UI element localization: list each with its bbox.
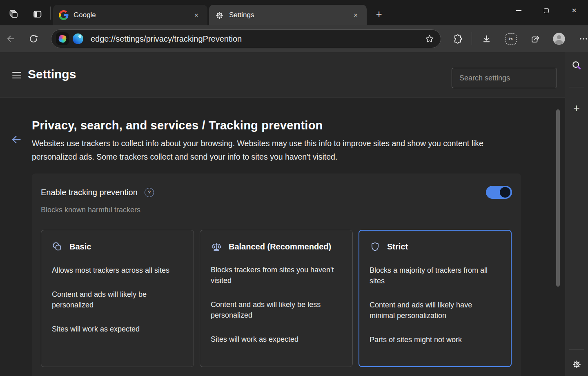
favorite-star-button[interactable] xyxy=(423,32,437,46)
enable-tracking-sublabel: Blocks known harmful trackers xyxy=(41,206,512,214)
tab-google-label: Google xyxy=(74,11,191,19)
settings-header: Settings xyxy=(0,52,565,98)
download-icon xyxy=(481,34,492,44)
profile-button[interactable] xyxy=(552,32,566,46)
web-capture-button[interactable]: ✂ xyxy=(504,32,518,46)
star-icon xyxy=(425,34,434,44)
card-strict-line: Content and ads will likely have minimal… xyxy=(370,300,499,321)
tracking-prevention-section: Enable tracking prevention ? Blocks know… xyxy=(32,174,521,376)
share-button[interactable] xyxy=(528,32,542,46)
refresh-button[interactable] xyxy=(27,32,40,46)
card-basic-header: Basic xyxy=(52,241,183,252)
window-close-button[interactable]: ✕ xyxy=(560,0,588,21)
screenshot-capture-icon: ✂ xyxy=(506,33,517,44)
card-strict[interactable]: Strict Blocks a majority of trackers fro… xyxy=(359,230,512,367)
toolbar-divider xyxy=(472,32,472,45)
tab-activity-button[interactable] xyxy=(5,5,22,23)
settings-title: Settings xyxy=(28,67,76,81)
back-arrow-icon xyxy=(6,34,16,44)
edge-sidebar-rail: + xyxy=(565,52,588,376)
card-strict-title: Strict xyxy=(387,242,408,251)
copilot-icon[interactable] xyxy=(56,32,69,45)
tracking-prevention-toggle[interactable] xyxy=(486,186,512,199)
search-settings-input[interactable] xyxy=(452,68,557,88)
page-description: Websites use trackers to collect info ab… xyxy=(32,137,505,164)
card-strict-line: Parts of sites might not work xyxy=(370,334,499,345)
page-title: Privacy, search, and services / Tracking… xyxy=(32,119,565,132)
browser-toolbar: edge://settings/privacy/trackingPreventi… xyxy=(0,25,588,52)
back-arrow-blue-icon xyxy=(10,133,22,146)
search-icon xyxy=(571,60,582,71)
card-balanced-line: Content and ads will likely be less pers… xyxy=(211,299,340,320)
toggle-knob xyxy=(500,187,510,198)
window-maximize-button[interactable] xyxy=(532,0,560,21)
refresh-icon xyxy=(29,34,38,44)
card-balanced[interactable]: Balanced (Recommended) Blocks trackers f… xyxy=(200,230,353,367)
url-text[interactable]: edge://settings/privacy/trackingPreventi… xyxy=(91,34,423,44)
minimize-icon xyxy=(516,10,521,11)
share-icon xyxy=(530,34,541,44)
balance-scale-icon xyxy=(211,241,222,252)
sidebar-settings-button[interactable] xyxy=(568,356,585,372)
gear-icon xyxy=(215,11,224,20)
card-basic[interactable]: Basic Allows most trackers across all si… xyxy=(41,230,194,367)
shield-icon xyxy=(370,241,381,252)
extensions-puzzle-icon xyxy=(452,34,462,44)
avatar xyxy=(552,32,566,45)
settings-content: Privacy, search, and services / Tracking… xyxy=(0,98,565,376)
page-scrollbar-thumb[interactable] xyxy=(556,109,560,287)
new-tab-button[interactable]: + xyxy=(371,6,387,22)
downloads-button[interactable] xyxy=(479,32,493,46)
rail-divider xyxy=(569,87,584,87)
card-balanced-line: Sites will work as expected xyxy=(211,334,340,345)
card-basic-line: Content and ads will likely be personali… xyxy=(52,289,181,310)
card-balanced-line: Blocks trackers from sites you haven't v… xyxy=(211,265,340,286)
basic-shapes-icon xyxy=(52,241,63,252)
copilot-blob xyxy=(58,34,67,43)
sidebar-add-button[interactable]: + xyxy=(568,100,585,116)
card-strict-header: Strict xyxy=(370,241,501,252)
window-controls: ✕ xyxy=(505,0,588,21)
back-button[interactable] xyxy=(4,32,18,46)
card-basic-title: Basic xyxy=(69,242,91,251)
scissors-glyph: ✂ xyxy=(509,36,513,42)
help-question-icon[interactable]: ? xyxy=(145,188,154,197)
settings-menu-button[interactable] xyxy=(12,71,22,80)
extensions-button[interactable] xyxy=(450,32,464,46)
enable-tracking-row: Enable tracking prevention ? xyxy=(41,186,512,199)
address-bar[interactable]: edge://settings/privacy/trackingPreventi… xyxy=(51,29,441,48)
page-back-button[interactable] xyxy=(10,133,23,146)
browser-menu-button[interactable] xyxy=(577,32,588,46)
prevention-level-cards: Basic Allows most trackers across all si… xyxy=(41,230,512,367)
edge-logo-icon xyxy=(73,33,83,44)
tab-settings-close-icon[interactable]: ✕ xyxy=(350,10,361,20)
enable-tracking-label: Enable tracking prevention xyxy=(41,188,138,197)
workspaces-stack-icon xyxy=(8,9,19,19)
browser-titlebar: Google ✕ Settings ✕ xyxy=(0,0,588,25)
window-close-icon: ✕ xyxy=(572,7,577,14)
sidebar-search-button[interactable] xyxy=(568,57,585,73)
card-strict-line: Blocks a majority of trackers from all s… xyxy=(370,265,499,286)
tabstrip-divider xyxy=(50,7,51,20)
maximize-icon xyxy=(544,8,549,13)
tab-settings-label: Settings xyxy=(229,11,350,19)
gear-icon xyxy=(572,359,582,369)
tab-settings[interactable]: Settings ✕ xyxy=(209,5,367,25)
ellipsis-icon xyxy=(579,34,588,44)
window-minimize-button[interactable] xyxy=(505,0,532,21)
card-balanced-title: Balanced (Recommended) xyxy=(229,242,331,251)
vertical-tabs-button[interactable] xyxy=(29,5,45,23)
google-favicon xyxy=(59,10,69,20)
tab-google[interactable]: Google ✕ xyxy=(53,5,207,25)
card-balanced-header: Balanced (Recommended) xyxy=(211,241,342,252)
card-basic-line: Sites will work as expected xyxy=(52,324,181,334)
tab-google-close-icon[interactable]: ✕ xyxy=(191,10,202,20)
rail-divider-bottom xyxy=(569,349,584,349)
settings-page: Settings Privacy, search, and services /… xyxy=(0,52,588,376)
vertical-tabs-icon xyxy=(32,9,42,19)
card-basic-line: Allows most trackers across all sites xyxy=(52,265,181,276)
